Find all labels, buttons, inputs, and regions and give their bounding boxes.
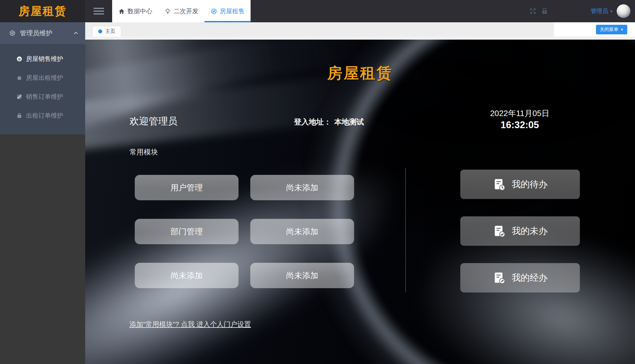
breadcrumb-bar: 主页 关闭菜单 ▼ (85, 22, 635, 37)
active-dot-icon (98, 29, 102, 33)
date-text: 2022年11月05日 (473, 108, 566, 119)
login-address-value: 本地测试 (334, 118, 364, 126)
aperture-icon (9, 30, 15, 36)
sidebar: 管理员维护 @ 房屋销售维护 房屋出租维护 (0, 22, 85, 364)
chevron-up-icon (73, 31, 78, 36)
user-menu[interactable]: 管理员 ▾ (590, 7, 612, 15)
task-label: 我的未办 (512, 225, 548, 237)
breadcrumb-label: 主页 (105, 28, 115, 35)
top-bar: 房屋租赁 数据中心 二次开发 (0, 0, 635, 22)
welcome-text: 欢迎管理员 (129, 115, 177, 128)
basket-icon (16, 75, 22, 81)
module-button-empty[interactable]: 尚未添加 (250, 175, 354, 200)
my-handled-button[interactable]: 我的经办 (460, 263, 580, 292)
top-tabs: 数据中心 二次开发 房屋租售 (112, 0, 251, 22)
breadcrumb-home-tab[interactable]: 主页 (92, 26, 121, 37)
tab-secondary-dev[interactable]: 二次开发 (158, 0, 204, 22)
avatar[interactable] (617, 4, 630, 18)
tab-label: 数据中心 (128, 7, 152, 15)
lock-icon[interactable] (541, 7, 548, 15)
banner-title: 房屋租赁 (85, 63, 635, 84)
svg-text:@: @ (18, 57, 21, 61)
bulb-icon (164, 8, 171, 15)
my-todo-button[interactable]: 我的待办 (460, 170, 580, 199)
task-buttons: 我的待办 我的未办 我的经办 (460, 170, 580, 310)
sidebar-section-admin-maintenance[interactable]: 管理员维护 (0, 22, 85, 44)
checkered-square-icon (16, 94, 22, 100)
fullscreen-icon[interactable] (529, 7, 536, 15)
document-clock-icon (493, 178, 506, 191)
login-address: 登入地址：本地测试 (294, 117, 364, 127)
sidebar-item-label: 出租订单维护 (26, 111, 63, 120)
app-logo: 房屋租赁 (19, 4, 67, 19)
sidebar-item-rent-order-maintenance[interactable]: 出租订单维护 (0, 106, 85, 125)
task-label: 我的待办 (512, 178, 548, 191)
login-address-label: 登入地址： (294, 118, 331, 126)
sidebar-item-label: 销售订单维护 (26, 93, 63, 101)
module-button-user-management[interactable]: 用户管理 (135, 175, 239, 200)
aperture-icon (211, 8, 217, 15)
sidebar-item-sale-order-maintenance[interactable]: 销售订单维护 (0, 87, 85, 106)
modules-grid: 用户管理 尚未添加 部门管理 尚未添加 尚未添加 尚未添加 (135, 175, 354, 288)
chevron-down-icon: ▾ (610, 9, 612, 14)
datetime-block: 2022年11月05日 16:32:05 (473, 108, 566, 131)
close-menu-button[interactable]: 关闭菜单 ▼ (596, 25, 627, 34)
module-button-empty[interactable]: 尚未添加 (250, 263, 354, 288)
tab-house-rent-sale[interactable]: 房屋租售 (204, 0, 251, 22)
portal-settings-link[interactable]: 添加"常用模块"? 点我 进入个人门户设置 (129, 320, 251, 329)
time-text: 16:32:05 (473, 119, 566, 131)
sidebar-section-label: 管理员维护 (20, 29, 73, 37)
document-edit-icon (493, 271, 506, 285)
module-button-empty[interactable]: 尚未添加 (135, 263, 239, 288)
sidebar-menu: @ 房屋销售维护 房屋出租维护 销售订单维护 (0, 44, 85, 134)
sidebar-item-label: 房屋出租维护 (26, 74, 63, 82)
top-bar-right: 管理员 ▾ (251, 0, 635, 22)
tab-label: 房屋租售 (220, 7, 245, 15)
chevron-down-icon: ▼ (620, 28, 624, 31)
document-check-icon (493, 224, 506, 238)
sidebar-item-house-rent-maintenance[interactable]: 房屋出租维护 (0, 68, 85, 87)
tab-data-center[interactable]: 数据中心 (112, 0, 158, 22)
menu-toggle-panel: 关闭菜单 ▼ (554, 22, 635, 37)
module-button-department-management[interactable]: 部门管理 (135, 219, 239, 244)
sidebar-item-house-sale-maintenance[interactable]: @ 房屋销售维护 (0, 50, 85, 68)
task-label: 我的经办 (512, 272, 548, 284)
module-button-empty[interactable]: 尚未添加 (250, 219, 354, 244)
close-menu-label: 关闭菜单 (600, 27, 618, 32)
briefcase-lock-icon (16, 113, 22, 119)
home-dashboard: 房屋租赁 欢迎管理员 登入地址：本地测试 2022年11月05日 16:32:0… (85, 40, 635, 364)
my-undone-button[interactable]: 我的未办 (460, 216, 580, 246)
logo-box: 房屋租赁 (0, 0, 85, 22)
tab-label: 二次开发 (174, 7, 199, 15)
at-circle-icon: @ (16, 56, 22, 62)
sidebar-item-label: 房屋销售维护 (26, 55, 63, 63)
sidebar-toggle-button[interactable] (85, 0, 112, 22)
app-window: 房屋租赁 数据中心 二次开发 (0, 0, 635, 364)
vertical-divider (405, 168, 406, 292)
home-icon (118, 8, 125, 15)
hamburger-icon (94, 6, 104, 16)
username-label: 管理员 (590, 7, 608, 15)
modules-heading: 常用模块 (129, 147, 158, 157)
